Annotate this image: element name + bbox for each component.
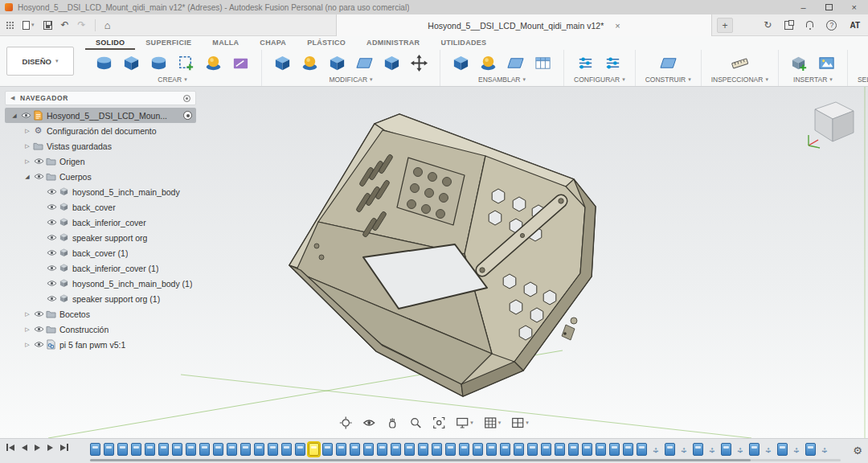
ribbon-group-label[interactable]: INSPECCIONAR▾ bbox=[711, 75, 768, 86]
expand-arrow-icon[interactable]: ▷ bbox=[23, 158, 32, 165]
collapse-panel-icon[interactable]: ◀ bbox=[10, 95, 15, 101]
tree-row[interactable]: ◢Hosyond_5__DSI_LCD_Moun... bbox=[5, 108, 196, 123]
home-button[interactable]: ⌂ bbox=[104, 20, 111, 31]
timeline-feature[interactable] bbox=[500, 443, 510, 456]
display-settings-icon[interactable]: ▾ bbox=[456, 416, 473, 429]
timeline-feature[interactable] bbox=[240, 443, 251, 456]
redo-button[interactable]: ↷ bbox=[78, 20, 86, 30]
insert-tool-icon[interactable] bbox=[788, 52, 810, 74]
tree-row[interactable]: ◢Cuerpos bbox=[5, 169, 196, 184]
timeline-move-feature[interactable]: ↔↕ bbox=[650, 443, 661, 456]
timeline-feature[interactable] bbox=[199, 443, 210, 456]
timeline-feature[interactable] bbox=[568, 443, 579, 456]
ribbon-group-label[interactable]: INSERTAR▾ bbox=[793, 75, 833, 86]
tab-solido[interactable]: SOLIDO bbox=[85, 36, 135, 50]
timeline-feature[interactable] bbox=[363, 443, 374, 456]
tab-utilidades[interactable]: UTILIDADES bbox=[430, 36, 497, 50]
tree-row[interactable]: back_cover bbox=[5, 199, 196, 215]
timeline-feature[interactable] bbox=[158, 443, 169, 456]
tree-row[interactable]: ▷Vistas guardadas bbox=[5, 138, 196, 154]
expand-arrow-icon[interactable]: ▷ bbox=[23, 128, 32, 134]
timeline-scroll-thumb[interactable] bbox=[90, 459, 751, 461]
timeline-feature[interactable] bbox=[336, 443, 346, 456]
timeline-feature-active[interactable] bbox=[309, 443, 319, 456]
timeline-feature[interactable] bbox=[227, 443, 237, 456]
config-tool-icon[interactable] bbox=[575, 52, 596, 74]
visibility-eye-icon[interactable] bbox=[45, 295, 58, 302]
expand-arrow-icon[interactable]: ▷ bbox=[23, 326, 32, 333]
timeline-feature[interactable] bbox=[213, 443, 223, 456]
expand-arrow-icon[interactable]: ▷ bbox=[23, 342, 32, 348]
cube-tool-icon[interactable] bbox=[121, 52, 142, 74]
tree-row[interactable]: hoysond_5_inch_main_body bbox=[5, 184, 196, 199]
ribbon-group-label[interactable]: CONFIGURAR▾ bbox=[574, 75, 625, 86]
maximize-button[interactable] bbox=[825, 4, 833, 10]
close-button[interactable]: × bbox=[852, 3, 857, 12]
cube-tool-icon[interactable] bbox=[450, 52, 472, 74]
fit-icon[interactable] bbox=[432, 416, 445, 429]
workspace-selector[interactable]: DISEÑO ▾ bbox=[6, 47, 74, 76]
visibility-eye-icon[interactable] bbox=[19, 112, 32, 119]
gold-tool-icon[interactable] bbox=[299, 52, 321, 74]
timeline-feature[interactable] bbox=[473, 443, 483, 456]
timeline-feature[interactable] bbox=[432, 443, 442, 456]
visibility-eye-icon[interactable] bbox=[45, 249, 58, 256]
timeline-feature[interactable] bbox=[268, 443, 278, 456]
job-status-icon[interactable]: ↻ bbox=[764, 20, 772, 30]
timeline-feature[interactable] bbox=[131, 443, 141, 456]
tab-plástico[interactable]: PLÁSTICO bbox=[297, 36, 356, 50]
plane-tool-icon[interactable] bbox=[657, 52, 679, 74]
timeline-feature[interactable] bbox=[514, 443, 524, 456]
ribbon-group-label[interactable]: MODIFICAR▾ bbox=[329, 75, 372, 86]
timeline-feature[interactable] bbox=[445, 443, 456, 456]
timeline-feature[interactable] bbox=[541, 443, 551, 456]
lcd-mount-model[interactable] bbox=[289, 114, 596, 396]
tree-row[interactable]: back_inferior_cover (1) bbox=[5, 260, 196, 276]
timeline-feature[interactable] bbox=[693, 443, 703, 456]
timeline-move-feature[interactable]: ↔↕ bbox=[791, 443, 802, 456]
viewcube[interactable] bbox=[802, 95, 862, 154]
timeline-feature[interactable] bbox=[295, 443, 305, 456]
zoom-icon[interactable] bbox=[409, 416, 422, 429]
timeline-feature[interactable] bbox=[609, 443, 620, 456]
timeline-feature[interactable] bbox=[527, 443, 538, 456]
extensions-icon[interactable] bbox=[784, 21, 793, 30]
disc-tool-icon[interactable] bbox=[148, 52, 170, 74]
timeline-feature[interactable] bbox=[117, 443, 128, 456]
activate-component-radio[interactable] bbox=[183, 111, 192, 120]
tab-malla[interactable]: MALLA bbox=[202, 36, 249, 50]
timeline-feature[interactable] bbox=[391, 443, 401, 456]
visibility-eye-icon[interactable] bbox=[45, 234, 58, 241]
visibility-eye-icon[interactable] bbox=[45, 203, 58, 211]
ribbon-group-label[interactable]: SELECCIONAR▾ bbox=[858, 75, 868, 86]
timeline-move-feature[interactable]: ↔↕ bbox=[819, 443, 830, 456]
timeline-feature[interactable] bbox=[596, 443, 606, 456]
plane-tool-icon[interactable] bbox=[354, 52, 375, 74]
look-at-icon[interactable] bbox=[362, 416, 375, 429]
tree-row[interactable]: speaker support org (1) bbox=[5, 291, 196, 306]
timeline-feature[interactable] bbox=[145, 443, 155, 456]
timeline-feature[interactable] bbox=[582, 443, 592, 456]
expand-arrow-icon[interactable]: ◢ bbox=[23, 174, 32, 180]
timeline-feature[interactable] bbox=[418, 443, 428, 456]
expand-arrow-icon[interactable]: ▷ bbox=[23, 311, 32, 318]
timeline-settings-gear-icon[interactable]: ⚙ bbox=[853, 445, 862, 457]
cube-tool-icon[interactable] bbox=[272, 52, 293, 74]
expand-arrow-icon[interactable]: ▷ bbox=[23, 143, 32, 150]
timeline-feature[interactable] bbox=[350, 443, 360, 456]
tree-row[interactable]: back_inferior_cover bbox=[5, 215, 196, 230]
timeline-move-feature[interactable]: ↔↕ bbox=[735, 443, 746, 456]
tree-row[interactable]: hoysond_5_inch_main_body (1) bbox=[5, 276, 196, 291]
timeline-feature[interactable] bbox=[486, 443, 497, 456]
timeline-feature[interactable] bbox=[322, 443, 333, 456]
visibility-eye-icon[interactable] bbox=[32, 310, 45, 318]
viewport[interactable]: ◀ NAVEGADOR ◢Hosyond_5__DSI_LCD_Moun...▷… bbox=[0, 87, 868, 438]
panel-display-toggle-icon[interactable] bbox=[183, 95, 190, 102]
timeline-feature[interactable] bbox=[555, 443, 565, 456]
timeline-move-feature[interactable]: ↔↕ bbox=[763, 443, 774, 456]
ribbon-group-label[interactable]: CONSTRUIR▾ bbox=[645, 75, 691, 86]
timeline-feature[interactable] bbox=[254, 443, 264, 456]
tree-row[interactable]: ▷⚙Configuración del documento bbox=[5, 123, 196, 138]
save-button[interactable] bbox=[43, 21, 52, 30]
step-forward-button[interactable] bbox=[47, 445, 53, 451]
